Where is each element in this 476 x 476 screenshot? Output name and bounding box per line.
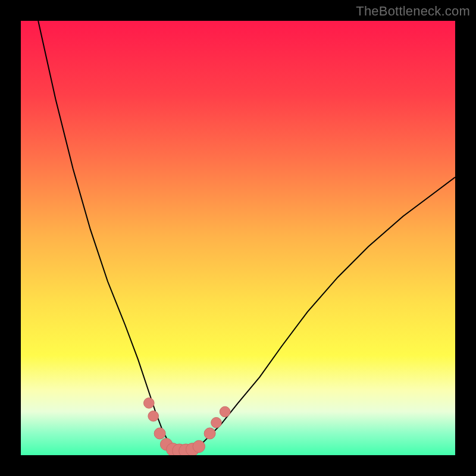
plot-area xyxy=(21,21,455,455)
watermark-text: TheBottleneck.com xyxy=(356,4,470,19)
chart-frame: TheBottleneck.com xyxy=(0,0,476,476)
